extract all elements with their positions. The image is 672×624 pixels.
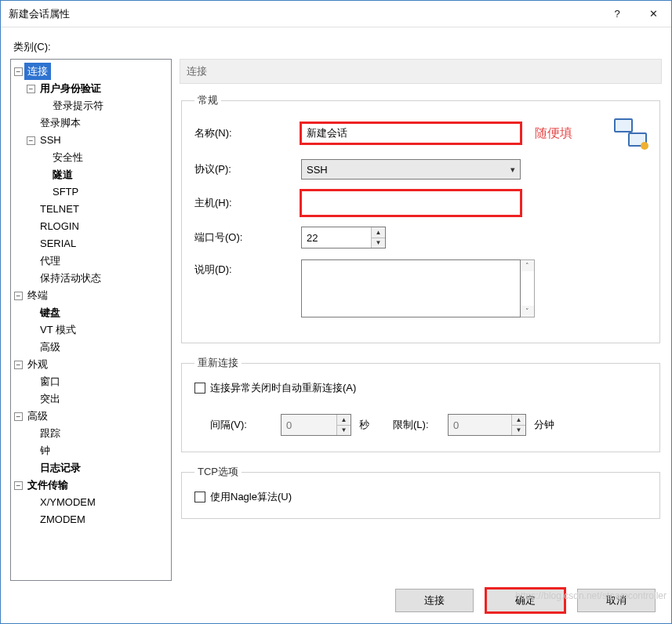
description-textarea[interactable] xyxy=(301,259,521,317)
name-input[interactable] xyxy=(301,123,521,143)
settings-panel: 连接 常规 名称(N): 随便填 协议(P): xyxy=(180,59,662,581)
nagle-checkbox[interactable]: 使用Nagle算法(U) xyxy=(194,490,647,504)
tree-label: 日志记录 xyxy=(37,459,84,477)
tree-item-connection[interactable]: − 连接 xyxy=(14,63,169,80)
tree-item-keepalive[interactable]: 保持活动状态 xyxy=(27,270,169,287)
stepper-up-icon[interactable]: ▲ xyxy=(372,227,385,238)
port-input[interactable] xyxy=(302,227,371,248)
interval-input xyxy=(282,415,336,435)
tree-item-vt-mode[interactable]: VT 模式 xyxy=(27,321,169,339)
tree-item-sftp[interactable]: SFTP xyxy=(39,183,169,201)
host-label: 主机(H): xyxy=(194,196,301,210)
tree-label: X/YMODEM xyxy=(37,494,99,511)
stepper-up-icon: ▲ xyxy=(512,415,525,426)
stepper-down-icon: ▼ xyxy=(337,426,351,436)
panel-title: 连接 xyxy=(180,59,662,84)
port-stepper[interactable]: ▲ ▼ xyxy=(301,227,386,249)
collapse-icon[interactable]: − xyxy=(27,85,35,93)
dialog-buttons: 连接 确定 取消 xyxy=(10,581,662,623)
tree-label: 登录提示符 xyxy=(49,97,107,114)
stepper-down-icon[interactable]: ▼ xyxy=(372,238,385,249)
tree-item-appearance[interactable]: − 外观 xyxy=(14,356,169,373)
tree-item-logging[interactable]: 日志记录 xyxy=(27,459,169,477)
collapse-icon[interactable]: − xyxy=(14,67,23,76)
host-input[interactable] xyxy=(301,190,521,216)
tcp-legend: TCP选项 xyxy=(194,465,242,479)
general-legend: 常规 xyxy=(194,93,221,107)
limit-stepper: ▲▼ xyxy=(448,414,526,436)
tree-item-login-script[interactable]: 登录脚本 xyxy=(27,114,169,132)
checkbox-icon xyxy=(194,383,205,394)
collapse-icon[interactable]: − xyxy=(14,361,23,369)
tree-label: 隧道 xyxy=(49,166,76,183)
nagle-label: 使用Nagle算法(U) xyxy=(210,490,292,504)
auto-reconnect-checkbox[interactable]: 连接异常关闭时自动重新连接(A) xyxy=(194,381,647,395)
name-annotation: 随便填 xyxy=(535,125,572,142)
scroll-up-icon[interactable]: ˄ xyxy=(521,260,534,271)
tree-item-tunnel[interactable]: 隧道 xyxy=(39,166,169,183)
tree-item-keyboard[interactable]: 键盘 xyxy=(27,304,169,321)
help-button[interactable]: ? xyxy=(599,1,635,27)
tree-item-highlight[interactable]: 突出 xyxy=(27,390,169,408)
name-label: 名称(N): xyxy=(194,126,301,140)
tree-item-bell[interactable]: 钟 xyxy=(27,442,169,459)
tree-item-login-prompt[interactable]: 登录提示符 xyxy=(39,97,169,114)
tree-item-security[interactable]: 安全性 xyxy=(39,149,169,166)
close-button[interactable]: ✕ xyxy=(635,1,671,27)
scroll-down-icon[interactable]: ˅ xyxy=(521,306,534,317)
connection-icon xyxy=(614,118,647,148)
tree-item-terminal[interactable]: − 终端 xyxy=(14,287,169,304)
collapse-icon[interactable]: − xyxy=(14,481,23,490)
interval-label: 间隔(V): xyxy=(210,418,281,432)
collapse-icon[interactable]: − xyxy=(14,292,23,300)
tree-label: 保持活动状态 xyxy=(37,270,104,287)
tree-item-advanced-term[interactable]: 高级 xyxy=(27,339,169,356)
stepper-up-icon: ▲ xyxy=(337,415,351,426)
tree-label: 登录脚本 xyxy=(37,114,84,132)
collapse-icon[interactable]: − xyxy=(14,412,23,421)
title-bar: 新建会话属性 ? ✕ xyxy=(1,1,671,27)
tree-item-serial[interactable]: SERIAL xyxy=(27,235,169,252)
protocol-select[interactable]: SSH ▾ xyxy=(301,159,521,180)
tree-label: TELNET xyxy=(37,201,82,218)
dialog-window: 新建会话属性 ? ✕ 类别(C): − 连接 − xyxy=(0,0,672,624)
tree-item-ssh[interactable]: − SSH xyxy=(27,132,169,149)
cancel-button[interactable]: 取消 xyxy=(577,589,656,612)
tree-item-xymodem[interactable]: X/YMODEM xyxy=(27,494,169,511)
tree-item-proxy[interactable]: 代理 xyxy=(27,252,169,270)
collapse-icon[interactable]: − xyxy=(27,136,35,145)
tree-label: 安全性 xyxy=(49,149,86,166)
tcp-group: TCP选项 使用Nagle算法(U) xyxy=(181,465,660,519)
tree-item-file-transfer[interactable]: − 文件传输 xyxy=(14,477,169,494)
limit-input xyxy=(449,415,511,435)
tree-label: SSH xyxy=(37,132,64,149)
stepper-down-icon: ▼ xyxy=(512,426,525,436)
port-label: 端口号(O): xyxy=(194,230,301,245)
category-tree[interactable]: − 连接 − 用户身份验证 登录提示符 xyxy=(10,59,172,581)
tree-label: SFTP xyxy=(49,183,82,201)
tree-item-zmodem[interactable]: ZMODEM xyxy=(27,511,169,528)
chevron-down-icon: ▾ xyxy=(510,165,515,175)
tree-label: 连接 xyxy=(24,63,51,80)
checkbox-icon xyxy=(194,492,205,502)
tree-label: 高级 xyxy=(37,339,64,356)
interval-unit: 秒 xyxy=(359,418,369,432)
textarea-scrollbar[interactable]: ˄ ˅ xyxy=(521,259,535,317)
tree-label: 用户身份验证 xyxy=(37,80,104,97)
tree-item-trace[interactable]: 跟踪 xyxy=(27,425,169,442)
reconnect-legend: 重新连接 xyxy=(194,356,242,370)
tree-label: 钟 xyxy=(37,442,53,459)
ok-button[interactable]: 确定 xyxy=(486,589,565,612)
tree-item-advanced[interactable]: − 高级 xyxy=(14,408,169,425)
tree-item-window[interactable]: 窗口 xyxy=(27,373,169,390)
window-title: 新建会话属性 xyxy=(1,7,599,21)
tree-item-user-auth[interactable]: − 用户身份验证 xyxy=(27,80,169,97)
tree-item-rlogin[interactable]: RLOGIN xyxy=(27,218,169,235)
tree-label: 代理 xyxy=(37,252,64,270)
connect-button[interactable]: 连接 xyxy=(395,589,474,612)
tree-label: 窗口 xyxy=(37,373,64,390)
tree-item-telnet[interactable]: TELNET xyxy=(27,201,169,218)
tree-label: 键盘 xyxy=(37,304,64,321)
tree-label: VT 模式 xyxy=(37,321,79,339)
tree-label: 文件传输 xyxy=(24,477,71,494)
